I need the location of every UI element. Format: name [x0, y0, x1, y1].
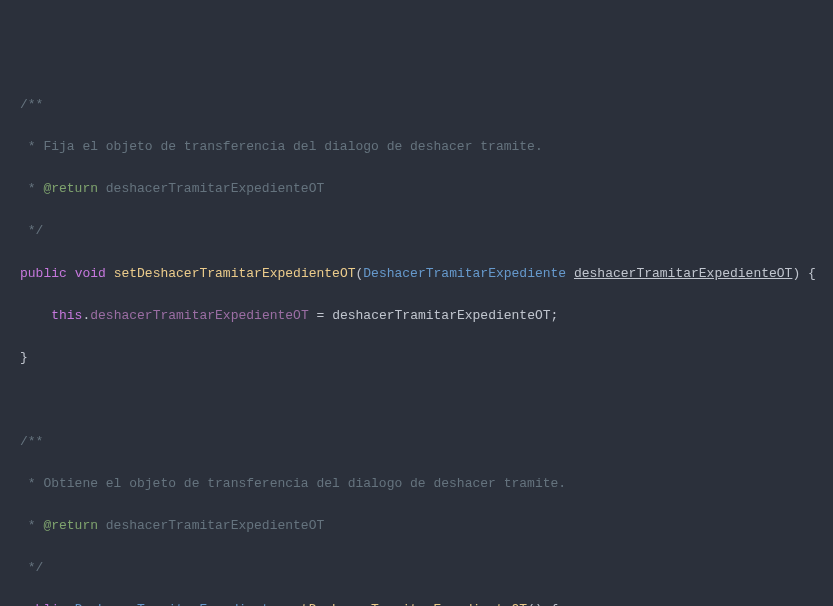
- parens: (): [527, 602, 543, 606]
- param-type: DeshacerTramitarExpediente: [363, 266, 566, 281]
- param-name: deshacerTramitarExpedienteOT: [574, 266, 792, 281]
- code-line[interactable]: /**: [20, 431, 833, 452]
- keyword-void: void: [75, 266, 106, 281]
- code-line[interactable]: * @return deshacerTramitarExpedienteOT: [20, 515, 833, 536]
- comment-prefix: *: [20, 181, 43, 196]
- semicolon: ;: [551, 308, 559, 323]
- code-line[interactable]: this.deshacerTramitarExpedienteOT = desh…: [20, 305, 833, 326]
- code-line[interactable]: /**: [20, 94, 833, 115]
- keyword-this: this: [51, 308, 82, 323]
- paren-close: ): [792, 266, 800, 281]
- code-line[interactable]: * Obtiene el objeto de transferencia del…: [20, 473, 833, 494]
- brace-close: }: [20, 350, 28, 365]
- brace-open: {: [551, 602, 559, 606]
- method-name: setDeshacerTramitarExpedienteOT: [114, 266, 356, 281]
- code-line[interactable]: }: [20, 347, 833, 368]
- comment-prefix: *: [20, 518, 43, 533]
- comment-close: */: [20, 223, 43, 238]
- comment-open: /**: [20, 434, 43, 449]
- code-line[interactable]: [20, 389, 833, 410]
- javadoc-tag: @return: [43, 518, 98, 533]
- keyword-public: public: [20, 602, 67, 606]
- method-name: getDeshacerTramitarExpedienteOT: [285, 602, 527, 606]
- comment-text: deshacerTramitarExpedienteOT: [98, 518, 324, 533]
- comment-close: */: [20, 560, 43, 575]
- code-line[interactable]: * @return deshacerTramitarExpedienteOT: [20, 178, 833, 199]
- var-ref: deshacerTramitarExpedienteOT: [332, 308, 550, 323]
- code-line[interactable]: */: [20, 557, 833, 578]
- return-type: DeshacerTramitarExpediente: [75, 602, 278, 606]
- assign-op: =: [317, 308, 325, 323]
- code-line[interactable]: public DeshacerTramitarExpediente getDes…: [20, 599, 833, 606]
- brace-open: {: [808, 266, 816, 281]
- comment-open: /**: [20, 97, 43, 112]
- comment-text: deshacerTramitarExpedienteOT: [98, 181, 324, 196]
- code-line[interactable]: * Fija el objeto de transferencia del di…: [20, 136, 833, 157]
- comment-text: * Obtiene el objeto de transferencia del…: [20, 476, 566, 491]
- field-ref: deshacerTramitarExpedienteOT: [90, 308, 308, 323]
- code-line[interactable]: public void setDeshacerTramitarExpedient…: [20, 263, 833, 284]
- keyword-public: public: [20, 266, 67, 281]
- comment-text: * Fija el objeto de transferencia del di…: [20, 139, 543, 154]
- javadoc-tag: @return: [43, 181, 98, 196]
- code-line[interactable]: */: [20, 220, 833, 241]
